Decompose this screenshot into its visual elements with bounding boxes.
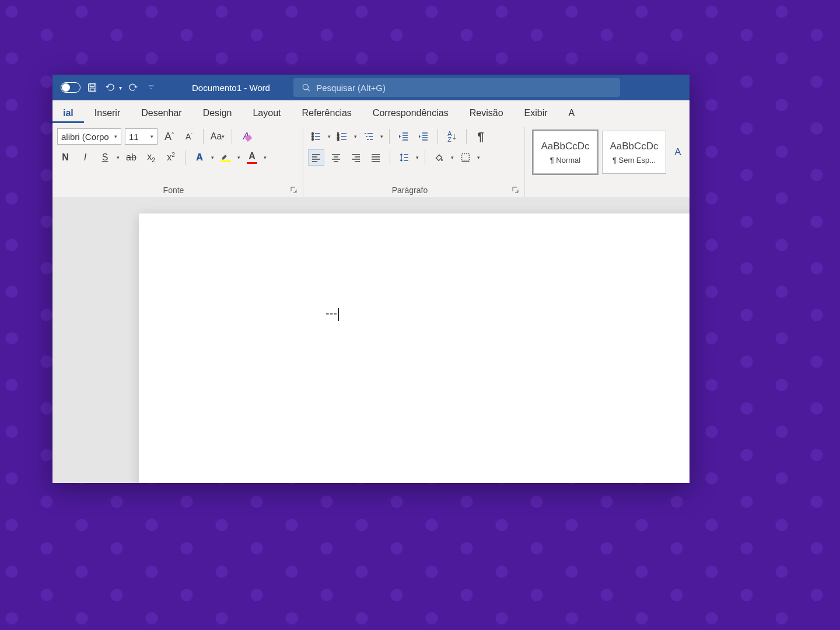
borders-dropdown-icon[interactable]: ▾ xyxy=(477,155,480,160)
font-size-combo[interactable]: 11▾ xyxy=(125,128,158,145)
dialog-launcher-icon[interactable] xyxy=(512,186,520,194)
borders-button[interactable] xyxy=(457,149,474,166)
tab-inserir[interactable]: Inserir xyxy=(84,102,131,123)
tab-design[interactable]: Design xyxy=(192,102,243,123)
style-preview: AaBbCcDc xyxy=(541,141,589,152)
line-spacing-dropdown-icon[interactable]: ▾ xyxy=(416,155,419,160)
grow-font-button[interactable]: A^ xyxy=(161,128,177,145)
text-effects-button[interactable]: A xyxy=(191,149,208,166)
divider xyxy=(466,129,467,144)
underline-dropdown-icon[interactable]: ▾ xyxy=(117,155,120,160)
clear-formatting-button[interactable]: A◆ xyxy=(238,128,254,145)
titlebar: ▾ Documento1 - Word xyxy=(52,75,690,100)
search-input[interactable] xyxy=(316,83,612,93)
search-icon xyxy=(302,83,310,92)
svg-rect-2 xyxy=(90,88,94,91)
style-sem-espacamento[interactable]: AaBbCcDc ¶ Sem Esp... xyxy=(602,131,666,174)
decrease-indent-button[interactable] xyxy=(396,128,412,145)
group-label-fonte: Fonte xyxy=(163,186,184,195)
tab-ajuda[interactable]: A xyxy=(558,102,586,123)
bullets-button[interactable] xyxy=(308,128,324,145)
shading-dropdown-icon[interactable]: ▾ xyxy=(451,155,454,160)
divider xyxy=(389,129,390,144)
paint-bucket-icon xyxy=(434,153,444,162)
style-preview: A xyxy=(674,146,681,158)
divider xyxy=(203,129,204,144)
text-caret xyxy=(338,308,339,321)
text-effects-dropdown-icon[interactable]: ▾ xyxy=(211,155,214,160)
font-color-button[interactable]: A xyxy=(244,149,260,166)
marker-icon xyxy=(220,153,231,160)
highlight-dropdown-icon[interactable]: ▾ xyxy=(237,155,240,160)
multilevel-dropdown-icon[interactable]: ▾ xyxy=(380,134,383,139)
sort-button[interactable]: AZ↓ xyxy=(444,128,460,145)
redo-icon[interactable] xyxy=(128,82,139,93)
tab-revisao[interactable]: Revisão xyxy=(459,102,514,123)
tab-correspondencias[interactable]: Correspondências xyxy=(362,102,459,123)
italic-button[interactable]: I xyxy=(77,149,93,166)
bullets-dropdown-icon[interactable]: ▾ xyxy=(328,134,331,139)
svg-point-6 xyxy=(312,139,314,141)
line-spacing-button[interactable] xyxy=(396,149,412,166)
group-label-paragrafo: Parágrafo xyxy=(392,186,428,195)
underline-button[interactable]: S xyxy=(97,149,113,166)
numbering-button[interactable]: 123 xyxy=(334,128,351,145)
style-label: ¶ Sem Esp... xyxy=(612,156,656,164)
divider xyxy=(425,150,425,165)
show-marks-button[interactable]: ¶ xyxy=(473,128,489,145)
group-paragrafo: ▾ 123 ▾ ▾ AZ↓ xyxy=(303,127,525,197)
subscript-button[interactable]: x2 xyxy=(143,149,159,166)
change-case-button[interactable]: Aa▾ xyxy=(209,128,226,145)
window-title: Documento1 - Word xyxy=(192,83,270,93)
superscript-button[interactable]: x2 xyxy=(163,149,179,166)
align-right-button[interactable] xyxy=(348,149,364,166)
increase-indent-button[interactable] xyxy=(415,128,432,145)
strikethrough-button[interactable]: ab xyxy=(123,149,139,166)
font-name-value: alibri (Corpo xyxy=(61,132,109,142)
align-left-button[interactable] xyxy=(308,149,324,166)
svg-rect-1 xyxy=(90,84,94,87)
svg-point-5 xyxy=(312,136,314,138)
document-area[interactable]: --- xyxy=(52,197,690,483)
autosave-toggle[interactable] xyxy=(61,82,80,93)
chevron-down-icon: ▾ xyxy=(114,134,117,139)
style-titulo1[interactable]: A xyxy=(671,131,685,174)
font-size-value: 11 xyxy=(129,132,139,142)
ribbon: alibri (Corpo▾ 11▾ A^ Aˇ Aa▾ A◆ xyxy=(52,124,690,197)
align-center-button[interactable] xyxy=(328,149,344,166)
divider xyxy=(438,129,438,144)
undo-dropdown-icon[interactable]: ▾ xyxy=(119,85,122,91)
svg-rect-0 xyxy=(89,84,96,92)
multilevel-list-button[interactable] xyxy=(360,128,377,145)
tab-desenhar[interactable]: Desenhar xyxy=(131,102,192,123)
quick-access-toolbar: ▾ xyxy=(61,82,157,93)
highlight-color-button[interactable] xyxy=(218,149,234,166)
divider xyxy=(185,150,186,165)
bold-button[interactable]: N xyxy=(57,149,74,166)
tab-layout[interactable]: Layout xyxy=(242,102,291,123)
divider xyxy=(390,150,390,165)
shrink-font-button[interactable]: Aˇ xyxy=(181,128,197,145)
text-cursor-line: --- xyxy=(326,307,339,321)
font-name-combo[interactable]: alibri (Corpo▾ xyxy=(57,128,121,145)
customize-qat-icon[interactable] xyxy=(145,82,157,93)
search-box[interactable] xyxy=(293,78,620,97)
save-icon[interactable] xyxy=(86,82,98,93)
tab-referencias[interactable]: Referências xyxy=(291,102,362,123)
ribbon-tabs: ial Inserir Desenhar Design Layout Refer… xyxy=(52,100,690,124)
svg-rect-10 xyxy=(462,154,470,162)
tab-pagina-inicial[interactable]: ial xyxy=(52,102,84,123)
svg-point-3 xyxy=(303,85,308,90)
justify-button[interactable] xyxy=(368,149,384,166)
group-estilos: AaBbCcDc ¶ Normal AaBbCcDc ¶ Sem Esp... … xyxy=(525,127,690,197)
page[interactable]: --- xyxy=(139,214,690,483)
numbering-dropdown-icon[interactable]: ▾ xyxy=(354,134,357,139)
word-window: ▾ Documento1 - Word ial Inserir Desenhar… xyxy=(52,75,690,483)
shading-button[interactable] xyxy=(431,149,447,166)
tab-exibir[interactable]: Exibir xyxy=(514,102,558,123)
font-color-dropdown-icon[interactable]: ▾ xyxy=(264,155,267,160)
chevron-down-icon: ▾ xyxy=(150,134,153,139)
style-normal[interactable]: AaBbCcDc ¶ Normal xyxy=(533,131,597,174)
dialog-launcher-icon[interactable] xyxy=(290,186,298,194)
undo-icon[interactable] xyxy=(104,82,116,93)
